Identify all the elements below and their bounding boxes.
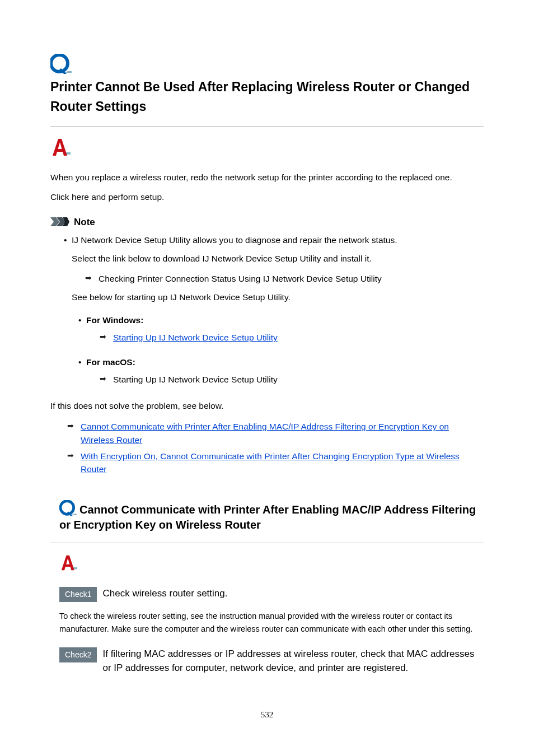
- os-windows-link-item: Starting Up IJ Network Device Setup Util…: [100, 331, 484, 344]
- subsection: Cannot Communicate with Printer After En…: [50, 497, 484, 675]
- note-bullet-item: IJ Network Device Setup Utility allows y…: [64, 234, 484, 246]
- note-arrow-list-1: Checking Printer Connection Status Using…: [50, 272, 484, 285]
- check2-badge: Check2: [59, 647, 97, 662]
- svg-point-1: [60, 501, 74, 515]
- problem-links-list: Cannot Communicate with Printer After En…: [50, 420, 484, 475]
- note-label: Note: [74, 215, 95, 230]
- question-icon-small: [59, 500, 78, 517]
- subsection-title-text: Cannot Communicate with Printer After En…: [59, 503, 476, 531]
- os-mac-text: Starting Up IJ Network Device Setup Util…: [100, 373, 484, 386]
- check2-row: Check2 If filtering MAC addresses or IP …: [59, 647, 484, 675]
- problem-link-1[interactable]: Cannot Communicate with Printer After En…: [81, 422, 449, 444]
- note-arrow-item-1: Checking Printer Connection Status Using…: [85, 272, 484, 285]
- answer-icon-large: [50, 138, 484, 157]
- note-sub-2: See below for starting up IJ Network Dev…: [72, 291, 484, 304]
- check1-explain: To check the wireless router setting, se…: [59, 610, 484, 635]
- page-title: Printer Cannot Be Used After Replacing W…: [50, 77, 484, 116]
- post-note-para: If this does not solve the problem, see …: [50, 399, 484, 412]
- os-mac-label: For macOS:: [78, 356, 484, 368]
- problem-link-item-1: Cannot Communicate with Printer After En…: [67, 420, 484, 446]
- note-sub-1: Select the link below to download IJ Net…: [72, 252, 484, 265]
- os-list: For Windows:: [50, 314, 484, 326]
- check1-text: Check wireless router setting.: [102, 587, 227, 601]
- question-icon-large: [50, 54, 484, 75]
- os-windows-label: For Windows:: [78, 314, 484, 326]
- os-mac-sublist: Starting Up IJ Network Device Setup Util…: [50, 373, 484, 386]
- svg-point-0: [51, 55, 68, 72]
- note-bullet-list: IJ Network Device Setup Utility allows y…: [50, 234, 484, 246]
- page-number: 532: [50, 708, 484, 721]
- check1-row: Check1 Check wireless router setting.: [59, 587, 484, 602]
- os-windows-sublist: Starting Up IJ Network Device Setup Util…: [50, 331, 484, 344]
- os-windows-link[interactable]: Starting Up IJ Network Device Setup Util…: [113, 333, 278, 342]
- intro-paragraph-1: When you replace a wireless router, redo…: [50, 171, 484, 184]
- divider: [50, 126, 484, 127]
- divider-2: [50, 543, 484, 543]
- note-chevron-icon: [50, 217, 69, 226]
- note-header: Note: [50, 215, 484, 230]
- problem-link-item-2: With Encryption On, Cannot Communicate w…: [67, 450, 484, 476]
- os-list-2: For macOS:: [50, 356, 484, 368]
- intro-paragraph-2: Click here and perform setup.: [50, 190, 484, 203]
- answer-icon-small: [50, 554, 484, 571]
- check1-badge: Check1: [59, 587, 97, 602]
- check2-text: If filtering MAC addresses or IP address…: [102, 647, 484, 675]
- subsection-title: Cannot Communicate with Printer After En…: [50, 497, 484, 533]
- problem-link-2[interactable]: With Encryption On, Cannot Communicate w…: [81, 451, 460, 474]
